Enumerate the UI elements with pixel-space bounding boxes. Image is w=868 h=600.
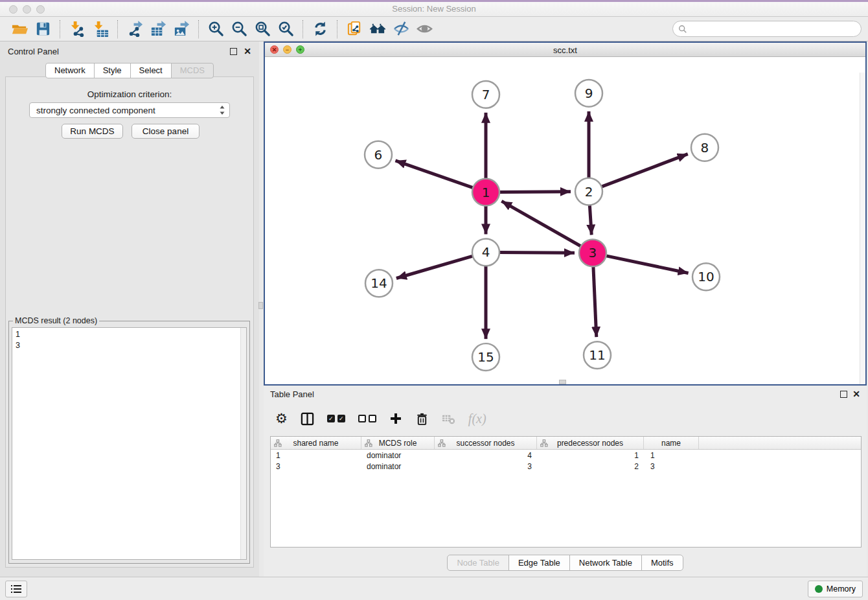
delete-column-button[interactable] [415, 409, 429, 428]
zoom-selected-button[interactable] [274, 19, 297, 40]
cell-predecessor-nodes[interactable]: 1 [537, 450, 644, 461]
cell-name[interactable]: 1 [644, 450, 699, 461]
column-header-name[interactable]: name [644, 437, 699, 449]
delete-table-button[interactable] [442, 409, 455, 428]
close-icon: ✕ [244, 46, 251, 56]
zoom-in-button[interactable] [204, 19, 227, 40]
task-history-button[interactable] [5, 581, 27, 597]
control-panel-float-button[interactable] [230, 47, 237, 57]
tab-mcds[interactable]: MCDS [171, 63, 214, 78]
edge-3-11[interactable] [593, 265, 597, 337]
add-column-button[interactable] [389, 409, 402, 428]
cell-mcds-role[interactable]: dominator [361, 450, 435, 461]
cell-mcds-role[interactable]: dominator [361, 461, 435, 472]
save-session-button[interactable] [31, 19, 54, 40]
edge-2-8[interactable] [600, 154, 688, 187]
graph-node-4[interactable]: 4 [472, 238, 499, 266]
import-network-icon [69, 20, 86, 38]
mcds-result-list[interactable]: 1 3 [12, 327, 247, 560]
edge-2-3[interactable] [589, 204, 591, 235]
tab-network[interactable]: Network [45, 63, 95, 78]
zoom-fit-button[interactable] [251, 19, 274, 40]
control-panel-close-button[interactable]: ✕ [244, 47, 251, 56]
edge-4-14[interactable] [396, 256, 474, 279]
edge-3-1[interactable] [501, 201, 582, 247]
panel-splitter-handle[interactable] [258, 302, 263, 309]
export-network-button[interactable] [123, 19, 146, 40]
graph-node-10[interactable]: 10 [692, 263, 720, 290]
memory-button[interactable]: Memory [808, 581, 863, 597]
refresh-button[interactable] [308, 19, 332, 40]
panel-splitter-handle[interactable] [559, 380, 566, 384]
tab-node-table[interactable]: Node Table [447, 555, 509, 571]
node-label: 9 [585, 86, 593, 101]
column-header-successor-nodes[interactable]: successor nodes [435, 437, 537, 449]
graph-node-6[interactable]: 6 [365, 141, 392, 168]
graph-node-14[interactable]: 14 [365, 270, 393, 297]
home-button[interactable] [366, 19, 389, 40]
tab-style[interactable]: Style [94, 63, 131, 78]
cell-shared-name[interactable]: 1 [271, 450, 361, 461]
criterion-selected-value: strongly connected component [36, 106, 219, 115]
export-table-button[interactable] [146, 19, 170, 40]
cell-successor-nodes[interactable]: 3 [435, 461, 537, 472]
criterion-select[interactable]: strongly connected component [29, 102, 230, 118]
column-header-shared-name[interactable]: shared name [271, 437, 361, 449]
column-header-predecessor-nodes[interactable]: predecessor nodes [537, 437, 644, 449]
open-session-button[interactable] [8, 19, 31, 40]
zoom-out-icon [231, 20, 248, 38]
graph-node-9[interactable]: 9 [575, 80, 602, 107]
hide-graphics-details-button[interactable] [389, 19, 413, 40]
edge-1-2[interactable] [498, 192, 571, 192]
table-row[interactable]: 3 dominator 3 2 3 [271, 461, 861, 472]
table-panel-float-button[interactable] [840, 390, 847, 400]
node-label: 15 [477, 349, 494, 365]
deselect-all-button[interactable] [358, 409, 376, 428]
edge-3-10[interactable] [605, 255, 689, 273]
network-canvas[interactable]: 7968124314101511 [265, 58, 865, 384]
select-stepper-icon [219, 105, 225, 115]
share-document-button[interactable] [343, 19, 366, 40]
edge-1-6[interactable] [395, 161, 474, 188]
function-icon: f(x) [468, 411, 486, 426]
tab-motifs[interactable]: Motifs [641, 555, 683, 571]
edge-4-3[interactable] [498, 253, 575, 253]
column-label: name [661, 439, 681, 448]
mcds-result-scrollbar[interactable] [240, 328, 246, 559]
network-graph[interactable]: 7968124314101511 [265, 58, 865, 384]
tab-network-table[interactable]: Network Table [569, 555, 642, 571]
search-box[interactable] [672, 21, 862, 37]
cell-name[interactable]: 3 [644, 461, 699, 472]
run-mcds-button[interactable]: Run MCDS [62, 124, 123, 139]
node-label: 1 [482, 185, 490, 200]
graph-node-1[interactable]: 1 [472, 179, 499, 206]
graph-node-3[interactable]: 3 [579, 239, 606, 266]
select-all-button[interactable]: ✓✓ [327, 409, 345, 428]
zoom-out-button[interactable] [227, 19, 251, 40]
show-graphics-details-button[interactable] [413, 19, 436, 40]
cell-shared-name[interactable]: 3 [271, 461, 361, 472]
import-table-button[interactable] [89, 19, 112, 40]
table-settings-button[interactable]: ⚙ [275, 409, 288, 428]
column-view-button[interactable] [301, 409, 314, 428]
node-label: 3 [589, 245, 597, 260]
tab-edge-table[interactable]: Edge Table [508, 555, 570, 571]
node-label: 6 [374, 147, 383, 163]
cell-successor-nodes[interactable]: 4 [435, 450, 537, 461]
graph-node-11[interactable]: 11 [584, 341, 611, 369]
function-builder-button[interactable]: f(x) [468, 409, 486, 428]
import-network-button[interactable] [65, 19, 89, 40]
graph-node-8[interactable]: 8 [691, 134, 718, 161]
tab-select[interactable]: Select [130, 63, 172, 78]
close-panel-button[interactable]: Close panel [131, 124, 200, 139]
export-image-button[interactable] [170, 19, 193, 40]
graph-node-2[interactable]: 2 [575, 178, 602, 205]
graph-node-7[interactable]: 7 [472, 81, 499, 108]
table-row[interactable]: 1 dominator 4 1 1 [271, 450, 861, 461]
column-header-mcds-role[interactable]: MCDS role [361, 437, 435, 449]
network-vertical-scrollbar[interactable] [860, 73, 865, 384]
cell-predecessor-nodes[interactable]: 2 [537, 461, 644, 472]
table-panel-close-button[interactable]: ✕ [852, 389, 860, 399]
search-input[interactable] [691, 24, 856, 34]
graph-node-15[interactable]: 15 [472, 343, 499, 371]
